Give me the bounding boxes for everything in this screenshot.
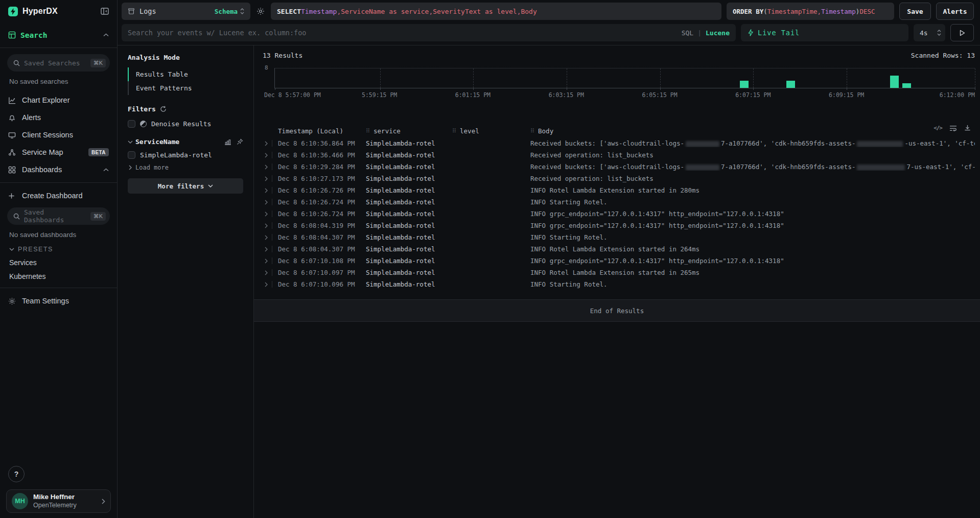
table-row[interactable]: Dec 8 6:10:26.724 PM SimpleLambda-rotel … [263,196,975,208]
monitor-icon [8,131,16,139]
topbar: Logs Schema SELECT Timestamp, ServiceNam… [118,0,980,45]
histogram-bar[interactable] [786,81,795,88]
table-row[interactable]: Dec 8 6:07:10.097 PM SimpleLambda-rotel … [263,267,975,278]
cell-service: SimpleLambda-rotel [366,257,452,265]
facet-pin-icon[interactable] [237,138,243,145]
schema-button[interactable]: Schema [215,8,244,15]
load-more-button[interactable]: Load more [128,164,243,171]
col-level[interactable]: ⠿level [452,127,530,135]
histogram-bar[interactable] [890,76,899,88]
column-grip-icon[interactable]: ⠿ [530,128,534,134]
sidebar-item-alerts[interactable]: Alerts [0,109,117,126]
refresh-interval-select[interactable]: 4s [914,24,945,41]
sidebar-item-search[interactable]: Search [0,22,117,48]
col-timestamp[interactable]: Timestamp (Local) [278,127,366,135]
table-row[interactable]: Dec 8 6:10:26.726 PM SimpleLambda-rotel … [263,184,975,196]
sidebar-item-dashboards[interactable]: Dashboards [0,161,117,178]
cell-timestamp: Dec 8 6:10:26.724 PM [278,210,366,218]
chevron-up-icon[interactable] [103,168,109,172]
table-row[interactable]: Dec 8 6:10:27.173 PM SimpleLambda-rotel … [263,173,975,184]
expand-row-icon[interactable] [265,282,268,287]
cell-service: SimpleLambda-rotel [366,139,452,147]
expand-row-icon[interactable] [265,223,268,228]
column-grip-icon[interactable]: ⠿ [452,128,456,134]
order-by-input[interactable]: ORDER BY (TimestampTime, Timestamp) DESC [727,3,894,20]
table-row[interactable]: Dec 8 6:07:10.096 PM SimpleLambda-rotel … [263,278,975,290]
presets-toggle[interactable]: PRESETS [0,239,117,253]
table-row[interactable]: Dec 8 6:08:04.307 PM SimpleLambda-rotel … [263,243,975,255]
table-row[interactable]: Dec 8 6:10:26.724 PM SimpleLambda-rotel … [263,208,975,220]
x-tick-label: 6:07:15 PM [735,91,771,99]
view-sql-icon[interactable]: </> [934,125,942,131]
service-map-icon [8,149,16,156]
lang-lucene-option[interactable]: Lucene [706,29,730,37]
event-search-input[interactable]: Search your events w/ Lucene ex. column:… [122,24,736,41]
run-query-button[interactable] [950,24,974,41]
column-grip-icon[interactable]: ⠿ [366,128,370,134]
col-body[interactable]: ⠿Body [530,127,975,135]
denoise-checkbox[interactable] [128,120,135,128]
lang-sql-option[interactable]: SQL [682,29,693,37]
preset-services[interactable]: Services [0,253,117,267]
user-menu[interactable]: MH Mike Heffner OpenTelemetry [6,489,111,513]
source-select[interactable]: Logs Schema [122,3,250,20]
histogram-plot[interactable] [274,68,975,88]
histogram-bar[interactable] [902,83,911,88]
table-row[interactable]: Dec 8 6:07:10.108 PM SimpleLambda-rotel … [263,255,975,267]
expand-row-icon[interactable] [265,188,268,193]
col-service[interactable]: ⠿service [366,127,452,135]
expand-row-icon[interactable] [265,176,268,181]
facet-value-checkbox[interactable] [128,151,135,159]
save-button[interactable]: Save [899,3,931,20]
more-filters-button[interactable]: More filters [128,178,243,194]
table-row[interactable]: Dec 8 6:10:36.864 PM SimpleLambda-rotel … [263,137,975,149]
expand-row-icon[interactable] [265,235,268,240]
saved-dashboards-input[interactable]: Saved Dashboards ⌘K [7,207,110,225]
refresh-filters-icon[interactable] [160,106,167,112]
expand-row-icon[interactable] [265,211,268,217]
sidebar-item-chart-explorer[interactable]: Chart Explorer [0,91,117,109]
help-button[interactable]: ? [8,466,25,482]
select-query-input[interactable]: SELECT Timestamp, ServiceName as service… [271,3,721,20]
table-row[interactable]: Dec 8 6:10:29.284 PM SimpleLambda-rotel … [263,161,975,173]
download-icon[interactable] [964,125,971,131]
table-row[interactable]: Dec 8 6:08:04.319 PM SimpleLambda-rotel … [263,220,975,231]
content: Analysis Mode Results Table Event Patter… [118,45,980,518]
alerts-button[interactable]: Alerts [936,3,974,20]
chevron-up-icon[interactable] [103,33,109,37]
create-dashboard-button[interactable]: Create Dashboard [0,187,117,204]
expand-row-icon[interactable] [265,164,268,170]
beta-badge: BETA [88,148,109,156]
mode-event-patterns[interactable]: Event Patterns [128,81,243,95]
source-settings-gear-icon[interactable] [256,7,265,15]
facet-servicename-header[interactable]: ServiceName [128,138,243,146]
sidebar-item-client-sessions[interactable]: Client Sessions [0,126,117,144]
cell-service: SimpleLambda-rotel [366,233,452,241]
histogram-bar[interactable] [740,81,749,88]
sidebar-item-service-map[interactable]: Service Map BETA [0,144,117,161]
saved-searches-input[interactable]: Saved Searches ⌘K [7,54,110,72]
expand-row-icon[interactable] [265,141,268,146]
main-column: Logs Schema SELECT Timestamp, ServiceNam… [118,0,980,518]
expand-row-icon[interactable] [265,153,268,158]
no-saved-dashboards-text: No saved dashboards [0,225,117,239]
mode-results-table[interactable]: Results Table [128,67,243,81]
expand-row-icon[interactable] [265,200,268,205]
query-language-toggle: SQL | Lucene [682,29,730,37]
expand-row-icon[interactable] [265,247,268,252]
expand-row-icon[interactable] [265,258,268,264]
expand-row-icon[interactable] [265,270,268,275]
table-row[interactable]: Dec 8 6:08:04.307 PM SimpleLambda-rotel … [263,231,975,243]
events-histogram[interactable]: 8 Dec 8 5:57:00 PM5:59:15 PM6:01:15 PM6:… [263,68,975,101]
select-arrows-icon [937,30,941,36]
wrap-lines-icon[interactable] [949,125,957,131]
table-row[interactable]: Dec 8 6:10:36.466 PM SimpleLambda-rotel … [263,149,975,161]
cell-body: Received buckets: ['aws-cloudtrail-logs-… [530,163,975,171]
preset-kubernetes[interactable]: Kubernetes [0,267,117,280]
sidebar-item-team-settings[interactable]: Team Settings [0,291,117,311]
collapse-sidebar-icon[interactable] [101,8,109,15]
facet-chart-icon[interactable] [224,138,231,145]
shortcut-badge: ⌘K [90,212,106,221]
live-tail-button[interactable]: Live Tail [741,24,908,41]
redacted-text [857,164,905,171]
